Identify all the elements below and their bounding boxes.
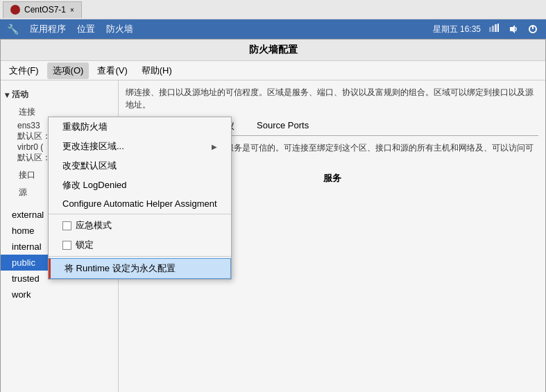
- emergency-checkbox: [62, 221, 71, 230]
- main-content: ▾ 活动 连接 ens33 默认区： virbr0 ( 默认区： 接口 源 ex…: [1, 80, 545, 392]
- tab-close-button[interactable]: ×: [70, 6, 74, 14]
- window-title: 防火墙配置: [1, 40, 545, 61]
- title-bar: CentOS7-1 ×: [0, 0, 546, 19]
- volume-icon[interactable]: [507, 23, 520, 35]
- options-dropdown: 重载防火墙 更改连接区域... ▶ 改变默认区域 修改 LogDenied Co…: [48, 117, 232, 280]
- dropdown-auto-helper[interactable]: Configure Automatic Helper Assigment: [49, 195, 231, 212]
- zone-description: 绑连接、接口以及源地址的可信程度。区域是服务、端口、协议以及富规则的组合。区域可…: [126, 86, 538, 111]
- section-arrow: ▾: [5, 90, 9, 100]
- svg-marker-4: [510, 25, 515, 33]
- menu-file[interactable]: 文件(F): [3, 62, 44, 79]
- menu-firewall[interactable]: 防火墙: [106, 23, 133, 35]
- svg-rect-0: [489, 27, 491, 32]
- tab-centos[interactable]: CentOS7-1 ×: [3, 1, 82, 18]
- centos-icon: [10, 5, 20, 15]
- submenu-arrow: ▶: [212, 143, 217, 151]
- system-bar: 🔧 应用程序 位置 防火墙 星期五 16:35: [0, 19, 546, 39]
- dropdown-runtime-perm[interactable]: 将 Runtime 设定为永久配置: [49, 258, 231, 279]
- network-icon[interactable]: [488, 23, 500, 35]
- menu-options[interactable]: 选项(O): [47, 62, 89, 79]
- firewall-config-window: 防火墙配置 文件(F) 选项(O) 查看(V) 帮助(H) ▾ 活动 连接 en…: [0, 39, 546, 392]
- system-tools-icon: 🔧: [7, 24, 19, 35]
- tab-source-ports[interactable]: Source Ports: [246, 117, 319, 135]
- active-section-header: ▾ 活动: [1, 86, 118, 103]
- dropdown-log-denied[interactable]: 修改 LogDenied: [49, 176, 231, 195]
- svg-rect-3: [497, 24, 499, 32]
- menu-location[interactable]: 位置: [77, 23, 95, 35]
- power-icon[interactable]: [527, 23, 539, 35]
- dropdown-default-zone[interactable]: 改变默认区域: [49, 156, 231, 176]
- svg-rect-2: [495, 24, 497, 32]
- tab-label: CentOS7-1: [24, 5, 66, 15]
- menu-bar: 文件(F) 选项(O) 查看(V) 帮助(H): [1, 61, 545, 80]
- menu-help[interactable]: 帮助(H): [136, 62, 178, 79]
- dropdown-sep-2: [49, 256, 231, 257]
- zone-work[interactable]: work: [1, 287, 118, 302]
- system-bar-right: 星期五 16:35: [433, 23, 539, 35]
- dropdown-emergency[interactable]: 应急模式: [49, 216, 231, 235]
- menu-apps[interactable]: 应用程序: [30, 23, 66, 35]
- dropdown-lockdown[interactable]: 锁定: [49, 235, 231, 255]
- dropdown-reload[interactable]: 重载防火墙: [49, 117, 231, 137]
- datetime-label: 星期五 16:35: [433, 24, 481, 35]
- svg-rect-1: [492, 26, 494, 32]
- dropdown-change-zone[interactable]: 更改连接区域... ▶: [49, 137, 231, 156]
- active-label: 活动: [12, 89, 28, 101]
- menu-view[interactable]: 查看(V): [92, 62, 133, 79]
- lockdown-checkbox: [62, 241, 71, 250]
- dropdown-sep-1: [49, 214, 231, 214]
- system-bar-left: 🔧 应用程序 位置 防火墙: [7, 23, 133, 35]
